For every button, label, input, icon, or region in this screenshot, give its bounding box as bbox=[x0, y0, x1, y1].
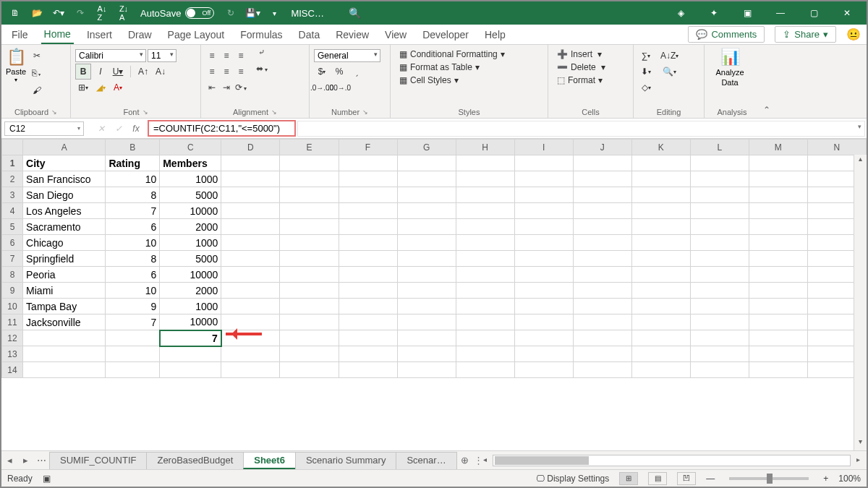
font-launcher-icon[interactable]: ↘ bbox=[142, 108, 148, 116]
cell[interactable] bbox=[397, 251, 456, 267]
zoom-in-button[interactable]: + bbox=[823, 474, 828, 484]
cell[interactable]: Sacramento bbox=[23, 219, 106, 235]
cell[interactable] bbox=[631, 346, 690, 362]
share-button[interactable]: ⇪ Share ▾ bbox=[775, 26, 836, 43]
open-icon[interactable]: 📂 bbox=[27, 4, 46, 22]
tab-home[interactable]: Home bbox=[41, 25, 74, 44]
cell[interactable] bbox=[514, 187, 573, 203]
insert-cells-button[interactable]: ➕ Insert ▾ bbox=[553, 48, 629, 61]
sort-filter-button[interactable]: A↓Z bbox=[662, 48, 678, 64]
underline-button[interactable]: U▾ bbox=[110, 64, 126, 80]
header-cell[interactable]: Members bbox=[160, 155, 221, 171]
undo-dropdown-icon[interactable]: ↶▾ bbox=[49, 4, 68, 22]
close-button[interactable]: ✕ bbox=[832, 4, 862, 22]
cell[interactable] bbox=[221, 203, 280, 219]
worksheet-grid[interactable]: ABCDEFGHIJKLMN1CityRatingMembers2San Fra… bbox=[1, 139, 867, 450]
cell[interactable] bbox=[573, 314, 631, 330]
cell[interactable] bbox=[749, 251, 807, 267]
cell[interactable]: 10 bbox=[106, 235, 160, 251]
cell[interactable]: 10000 bbox=[160, 267, 221, 283]
format-cells-button[interactable]: ⬚ Format ▾ bbox=[553, 74, 629, 87]
col-header-J[interactable]: J bbox=[573, 140, 631, 155]
decrease-decimal-icon[interactable]: .00→.0 bbox=[331, 80, 347, 95]
enter-formula-icon[interactable]: ✓ bbox=[110, 124, 127, 134]
tab-developer[interactable]: Developer bbox=[420, 26, 472, 43]
cell[interactable] bbox=[339, 283, 397, 299]
indent-icon[interactable]: ⇥ bbox=[220, 82, 233, 93]
cell[interactable] bbox=[339, 155, 397, 171]
col-header-L[interactable]: L bbox=[690, 140, 749, 155]
display-settings-button[interactable]: 🖵 Display Settings bbox=[536, 474, 609, 484]
cell[interactable] bbox=[514, 251, 573, 267]
cell[interactable]: 1000 bbox=[160, 299, 221, 314]
col-header-M[interactable]: M bbox=[749, 140, 807, 155]
cell[interactable] bbox=[749, 235, 807, 251]
row-header-1[interactable]: 1 bbox=[2, 155, 23, 171]
diamond-icon[interactable]: ◈ bbox=[665, 4, 696, 22]
align-middle-icon[interactable]: ≡ bbox=[220, 51, 233, 61]
comma-icon[interactable]: ˏ bbox=[349, 64, 365, 80]
font-color-button[interactable]: A bbox=[110, 80, 126, 95]
cell[interactable] bbox=[573, 251, 631, 267]
clear-button[interactable]: ◇ bbox=[638, 80, 654, 95]
add-sheet-button[interactable]: ⊕ bbox=[456, 455, 474, 466]
sheet-nav-more[interactable]: ⋯ bbox=[33, 455, 49, 466]
col-header-B[interactable]: B bbox=[106, 140, 160, 155]
cell[interactable] bbox=[397, 187, 456, 203]
cell[interactable] bbox=[23, 346, 106, 362]
tab-help[interactable]: Help bbox=[482, 26, 509, 43]
col-header-K[interactable]: K bbox=[631, 140, 690, 155]
cell[interactable] bbox=[339, 267, 397, 283]
cell[interactable]: Miami bbox=[23, 283, 106, 299]
font-name-select[interactable]: Calibri bbox=[75, 49, 146, 62]
qat-more-icon[interactable]: ▾ bbox=[265, 4, 284, 22]
conditional-formatting-button[interactable]: ▦ Conditional Formatting ▾ bbox=[395, 48, 543, 61]
clipboard-launcher-icon[interactable]: ↘ bbox=[51, 108, 57, 116]
cell[interactable] bbox=[339, 330, 397, 346]
format-painter-icon[interactable]: 🖌 bbox=[29, 82, 45, 98]
cell[interactable]: Peoria bbox=[23, 267, 106, 283]
row-header-2[interactable]: 2 bbox=[2, 171, 23, 187]
cell[interactable] bbox=[397, 299, 456, 314]
cell[interactable] bbox=[221, 219, 280, 235]
row-header-7[interactable]: 7 bbox=[2, 251, 23, 267]
cell[interactable] bbox=[280, 330, 339, 346]
cell[interactable] bbox=[397, 219, 456, 235]
cell[interactable] bbox=[631, 299, 690, 314]
zoom-slider[interactable] bbox=[729, 477, 809, 480]
comments-button[interactable]: 💬 Comments bbox=[688, 26, 765, 43]
format-as-table-button[interactable]: ▦ Format as Table ▾ bbox=[395, 61, 543, 74]
cell[interactable] bbox=[397, 171, 456, 187]
col-header-F[interactable]: F bbox=[339, 140, 397, 155]
cell[interactable] bbox=[456, 299, 514, 314]
header-cell[interactable]: City bbox=[23, 155, 106, 171]
autosave-toggle[interactable]: Off bbox=[185, 7, 214, 19]
tab-draw[interactable]: Draw bbox=[125, 26, 155, 43]
col-header-N[interactable]: N bbox=[807, 140, 866, 155]
align-top-icon[interactable]: ≡ bbox=[205, 51, 218, 61]
cell[interactable] bbox=[23, 362, 106, 378]
tab-view[interactable]: View bbox=[382, 26, 409, 43]
border-button[interactable]: ⊞ bbox=[75, 80, 91, 95]
cell[interactable]: 2000 bbox=[160, 283, 221, 299]
cell[interactable] bbox=[221, 171, 280, 187]
cell[interactable] bbox=[456, 203, 514, 219]
col-header-A[interactable]: A bbox=[23, 140, 106, 155]
cell[interactable] bbox=[573, 171, 631, 187]
cell[interactable]: San Francisco bbox=[23, 171, 106, 187]
paste-button[interactable]: 📋 Paste ▾ bbox=[6, 48, 26, 98]
row-header-13[interactable]: 13 bbox=[2, 346, 23, 362]
cell[interactable] bbox=[397, 235, 456, 251]
ribbon-options-icon[interactable]: ▣ bbox=[732, 4, 762, 22]
coming-soon-icon[interactable]: ✦ bbox=[699, 4, 729, 22]
col-header-I[interactable]: I bbox=[514, 140, 573, 155]
cell[interactable] bbox=[690, 219, 749, 235]
cut-icon[interactable]: ✂ bbox=[29, 48, 45, 64]
cell[interactable] bbox=[573, 299, 631, 314]
search-icon[interactable]: 🔍 bbox=[349, 7, 361, 19]
cell[interactable] bbox=[280, 203, 339, 219]
cell[interactable] bbox=[631, 314, 690, 330]
cell[interactable] bbox=[631, 362, 690, 378]
cell[interactable]: 5000 bbox=[160, 187, 221, 203]
cell[interactable] bbox=[397, 283, 456, 299]
